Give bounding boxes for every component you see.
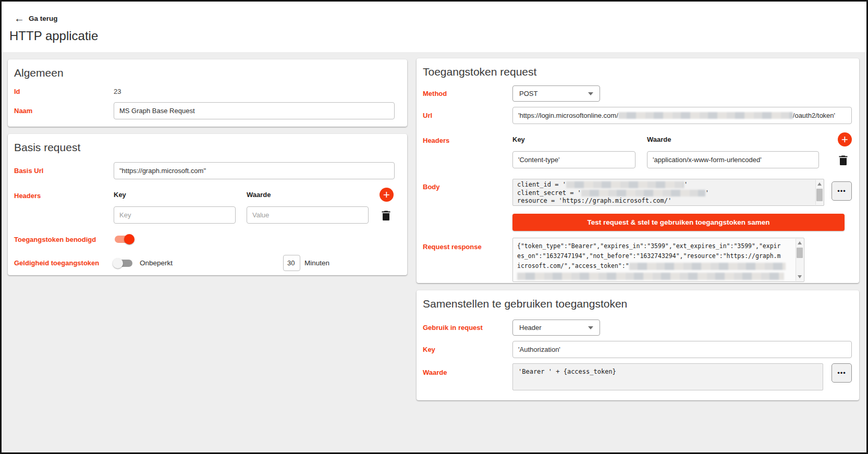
scroll-up-icon[interactable]: [798, 241, 802, 244]
body-line1: client_id = ': [517, 181, 566, 188]
gebruik-selected-value: Header: [519, 324, 542, 332]
method-row: Method POST: [423, 85, 852, 102]
compose-waarde-textarea[interactable]: 'Bearer ' + {access_token}: [512, 363, 823, 390]
scroll-thumb[interactable]: [797, 248, 803, 258]
id-row: Id 23: [14, 88, 400, 95]
token-headers-row: Headers Key Waarde +: [423, 132, 852, 168]
body-label: Body: [423, 179, 512, 191]
body-line2: client_secret = ': [517, 189, 581, 197]
unlimited-label: Onbeperkt: [140, 259, 173, 267]
gebruik-label: Gebruik in request: [423, 324, 512, 332]
naam-input[interactable]: [114, 102, 395, 119]
request-response-textarea[interactable]: {"token_type":"Bearer","expires_in":"359…: [512, 238, 804, 282]
redacted-access-token: [517, 273, 784, 280]
compose-waarde-row: Waarde 'Bearer ' + {access_token} •••: [423, 363, 852, 390]
toegangstoken-request-card: Toegangstoken request Method POST Url 'h…: [417, 58, 859, 283]
basis-header-value-input[interactable]: [247, 206, 369, 224]
url-suffix: /oauth2/token': [793, 112, 835, 119]
samenstellen-title: Samenstellen te gebruiken toegangstoken: [423, 298, 852, 310]
minutes-label: Minuten: [304, 259, 329, 267]
request-response-row: Request response {"token_type":"Bearer",…: [423, 238, 852, 282]
token-headers-label: Headers: [423, 132, 512, 144]
toegangstoken-request-title: Toegangstoken request: [423, 66, 852, 78]
samenstellen-card: Samenstellen te gebruiken toegangstoken …: [417, 290, 859, 400]
naam-label: Naam: [14, 107, 114, 115]
page-title: HTTP applicatie: [9, 29, 98, 43]
response-line2: es_on":"1632747194","not_before":"163274…: [517, 251, 792, 261]
validity-label: Geldigheid toegangstoken: [14, 259, 114, 267]
compose-key-label: Key: [423, 346, 512, 353]
ellipsis-icon: •••: [837, 187, 846, 195]
redacted-tenant-id: [618, 112, 793, 119]
back-arrow-icon: ←: [14, 14, 25, 23]
method-selected-value: POST: [519, 90, 537, 97]
response-line3: icrosoft.com/","access_token":": [517, 262, 629, 269]
url-input[interactable]: 'https://login.microsoftonline.com//oaut…: [512, 107, 852, 124]
body-row: Body client_id = '' client_secret = '' r…: [423, 179, 852, 206]
waarde-column-header: Waarde: [247, 191, 369, 199]
ellipsis-icon: •••: [837, 369, 846, 377]
response-line1: {"token_type":"Bearer","expires_in":"359…: [517, 241, 792, 251]
scrollbar[interactable]: [796, 239, 803, 281]
delete-header-button[interactable]: [838, 155, 849, 165]
delete-header-button[interactable]: [381, 210, 392, 220]
trash-icon: [382, 210, 390, 220]
compose-waarde-value: 'Bearer ' + {access_token}: [513, 364, 823, 379]
key-column-header: Key: [512, 136, 635, 143]
body-textarea[interactable]: client_id = '' client_secret = '' resour…: [512, 179, 824, 206]
chevron-down-icon: [588, 326, 593, 329]
waarde-expand-button[interactable]: •••: [832, 363, 852, 383]
method-label: Method: [423, 90, 512, 97]
toggle-knob: [113, 258, 123, 268]
url-label: Url: [423, 112, 512, 119]
basis-url-label: Basis Url: [14, 167, 114, 175]
naam-row: Naam: [14, 102, 400, 119]
token-header-key-input[interactable]: [512, 151, 635, 168]
back-link-label: Ga terug: [29, 15, 58, 22]
basis-headers-row: Headers Key Waarde +: [14, 188, 400, 224]
token-required-label: Toegangstoken benodigd: [14, 236, 114, 243]
add-header-button[interactable]: +: [380, 188, 394, 202]
scroll-up-icon[interactable]: [817, 182, 822, 186]
scroll-down-icon[interactable]: [798, 275, 802, 278]
test-request-button[interactable]: Test request & stel te gebruiken toegang…: [512, 214, 845, 231]
redacted-client-secret: [581, 190, 705, 197]
token-required-toggle[interactable]: [114, 234, 133, 244]
compose-key-input[interactable]: [512, 341, 852, 358]
body-line4: grant_type = 'client_credentials': [517, 205, 812, 206]
method-select[interactable]: POST: [512, 85, 600, 102]
id-value: 23: [114, 88, 121, 95]
scrollbar[interactable]: [815, 180, 823, 205]
basis-url-input[interactable]: [114, 162, 395, 179]
unlimited-toggle[interactable]: [114, 258, 133, 268]
request-response-label: Request response: [423, 238, 512, 251]
validity-row: Geldigheid toegangstoken Onbeperkt Minut…: [14, 255, 400, 271]
back-link[interactable]: ← Ga terug: [14, 14, 58, 23]
compose-key-row: Key: [423, 341, 852, 358]
plus-icon: +: [383, 188, 390, 201]
basis-request-title: Basis request: [14, 141, 400, 154]
basis-url-row: Basis Url: [14, 162, 400, 179]
gebruik-select[interactable]: Header: [512, 320, 600, 336]
body-line3: resource = 'https://graph.microsoft.com/…: [517, 197, 812, 205]
basis-request-card: Basis request Basis Url Headers Key Waar…: [8, 134, 407, 275]
scroll-thumb[interactable]: [816, 189, 823, 201]
body-expand-button[interactable]: •••: [832, 181, 852, 201]
chevron-down-icon: [588, 92, 593, 95]
toggle-knob: [124, 234, 135, 244]
algemeen-card: Algemeen Id 23 Naam: [8, 59, 407, 127]
url-prefix: 'https://login.microsoftonline.com/: [518, 112, 618, 119]
waarde-column-header: Waarde: [647, 136, 819, 143]
test-button-row: Test request & stel te gebruiken toegang…: [423, 214, 852, 231]
add-header-button[interactable]: +: [838, 132, 852, 146]
key-column-header: Key: [114, 191, 236, 199]
redacted-client-id: [566, 181, 684, 188]
algemeen-title: Algemeen: [14, 67, 400, 79]
basis-header-key-input[interactable]: [114, 206, 236, 224]
token-header-value-input[interactable]: [647, 151, 819, 168]
url-row: Url 'https://login.microsoftonline.com//…: [423, 107, 852, 124]
minutes-input[interactable]: [283, 255, 300, 271]
gebruik-row: Gebruik in request Header: [423, 320, 852, 336]
plus-icon: +: [841, 133, 848, 146]
trash-icon: [839, 155, 848, 165]
